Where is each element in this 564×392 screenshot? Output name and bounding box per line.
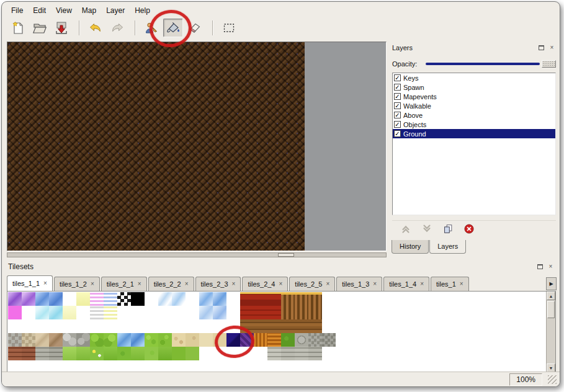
tile-2-9[interactable]	[131, 319, 145, 333]
layer-row-above[interactable]: ✓Above	[393, 110, 555, 120]
tile-2-16[interactable]	[226, 319, 240, 333]
tile-4-11[interactable]	[158, 347, 172, 360]
tileset-tab-tiles_2_2[interactable]: tiles_2_2×	[148, 277, 194, 291]
tile-4-7[interactable]	[104, 347, 117, 360]
layer-row-mapevents[interactable]: ✓Mapevents	[393, 92, 555, 101]
close-tab-icon[interactable]: ×	[185, 281, 189, 287]
tile-3-16[interactable]	[226, 333, 240, 347]
opacity-slider-track[interactable]	[426, 63, 540, 65]
menu-file[interactable]: File	[7, 5, 27, 15]
tile-4-22[interactable]	[308, 347, 322, 360]
tile-3-14[interactable]	[199, 333, 213, 347]
layer-visibility-checkbox[interactable]: ✓	[394, 121, 401, 128]
tile-3-23[interactable]	[322, 333, 336, 347]
scroll-down-icon[interactable]: ▼	[547, 363, 555, 372]
tab-layers[interactable]: Layers	[429, 240, 466, 254]
tile-2-14[interactable]	[199, 319, 213, 333]
tab-scroll-right-button[interactable]: ▶	[546, 277, 557, 290]
tab-history[interactable]: History	[392, 240, 429, 254]
tile-2-5[interactable]	[76, 319, 90, 333]
tile-0-8[interactable]	[117, 292, 131, 306]
tile-2-15[interactable]	[213, 319, 226, 333]
tile-4-2[interactable]	[35, 347, 49, 360]
tile-2-7[interactable]	[104, 319, 117, 333]
tile-1-17[interactable]	[240, 306, 254, 319]
tile-2-0[interactable]	[8, 319, 22, 333]
tile-1-9[interactable]	[131, 306, 145, 319]
undo-button[interactable]	[86, 19, 105, 37]
save-map-button[interactable]	[51, 19, 71, 37]
tile-1-14[interactable]	[199, 306, 213, 319]
tile-2-22[interactable]	[308, 319, 322, 333]
tile-4-4[interactable]	[63, 347, 76, 360]
tile-1-22[interactable]	[308, 306, 322, 319]
layer-row-keys[interactable]: ✓Keys	[393, 73, 555, 82]
tileset-vscrollbar[interactable]: ▲ ▼	[546, 292, 555, 372]
tile-4-21[interactable]	[295, 347, 308, 360]
tile-2-12[interactable]	[172, 319, 186, 333]
menu-edit[interactable]: Edit	[29, 5, 50, 15]
tile-1-4[interactable]	[63, 306, 76, 319]
tile-0-4[interactable]	[63, 292, 76, 306]
tile-0-23[interactable]	[322, 292, 336, 306]
tile-1-12[interactable]	[172, 306, 186, 319]
tile-4-6[interactable]	[90, 347, 104, 360]
tile-0-16[interactable]	[226, 292, 240, 306]
tile-3-5[interactable]	[76, 333, 90, 347]
tile-2-10[interactable]	[145, 319, 158, 333]
close-tab-icon[interactable]: ×	[460, 281, 463, 287]
tile-1-8[interactable]	[117, 306, 131, 319]
duplicate-layer-button[interactable]	[441, 223, 455, 236]
vscroll-thumb[interactable]	[547, 301, 555, 318]
tile-3-8[interactable]	[117, 333, 131, 347]
tile-0-10[interactable]	[145, 292, 158, 306]
tile-4-12[interactable]	[172, 347, 186, 360]
tile-2-11[interactable]	[158, 319, 172, 333]
tile-3-2[interactable]	[35, 333, 49, 347]
tile-4-16[interactable]	[226, 347, 240, 360]
tile-1-0[interactable]	[8, 306, 22, 319]
tile-1-15[interactable]	[213, 306, 226, 319]
fill-tool-button[interactable]	[163, 19, 183, 37]
tile-4-8[interactable]	[117, 347, 131, 360]
tile-0-18[interactable]	[254, 292, 267, 306]
tile-1-19[interactable]	[267, 306, 281, 319]
tile-0-3[interactable]	[49, 292, 63, 306]
tile-4-15[interactable]	[213, 347, 226, 360]
tile-0-15[interactable]	[213, 292, 226, 306]
tile-1-3[interactable]	[49, 306, 63, 319]
tile-0-19[interactable]	[267, 292, 281, 306]
tile-4-13[interactable]	[186, 347, 199, 360]
stamp-tool-button[interactable]	[141, 19, 161, 37]
layer-visibility-checkbox[interactable]: ✓	[394, 74, 401, 81]
tileset-tab-tiles_2_5[interactable]: tiles_2_5×	[289, 277, 335, 291]
close-panel-icon[interactable]: ×	[548, 44, 556, 52]
tile-0-1[interactable]	[22, 292, 35, 306]
layer-row-objects[interactable]: ✓Objects	[393, 120, 555, 129]
tile-1-10[interactable]	[145, 306, 158, 319]
tile-0-2[interactable]	[35, 292, 49, 306]
close-tab-icon[interactable]: ×	[91, 281, 94, 287]
tile-0-7[interactable]	[104, 292, 117, 306]
close-tab-icon[interactable]: ×	[326, 281, 329, 287]
tile-4-9[interactable]	[131, 347, 145, 360]
select-tool-button[interactable]	[219, 19, 239, 37]
layer-visibility-checkbox[interactable]: ✓	[394, 130, 401, 137]
tile-0-13[interactable]	[186, 292, 199, 306]
tile-3-10[interactable]	[145, 333, 158, 347]
tile-0-11[interactable]	[158, 292, 172, 306]
tile-4-18[interactable]	[254, 347, 267, 360]
tile-3-13[interactable]	[186, 333, 199, 347]
open-map-button[interactable]	[30, 19, 50, 37]
tile-4-5[interactable]	[76, 347, 90, 360]
tile-2-13[interactable]	[186, 319, 199, 333]
tileset-tab-tiles_1[interactable]: tiles_1×	[431, 277, 469, 291]
tile-0-14[interactable]	[199, 292, 213, 306]
tile-3-15[interactable]	[213, 333, 226, 347]
tile-3-21[interactable]	[295, 333, 308, 347]
tile-4-1[interactable]	[22, 347, 35, 360]
tile-4-3[interactable]	[49, 347, 63, 360]
tile-3-6[interactable]	[90, 333, 104, 347]
lower-layer-button[interactable]	[419, 223, 434, 236]
tile-2-4[interactable]	[63, 319, 76, 333]
